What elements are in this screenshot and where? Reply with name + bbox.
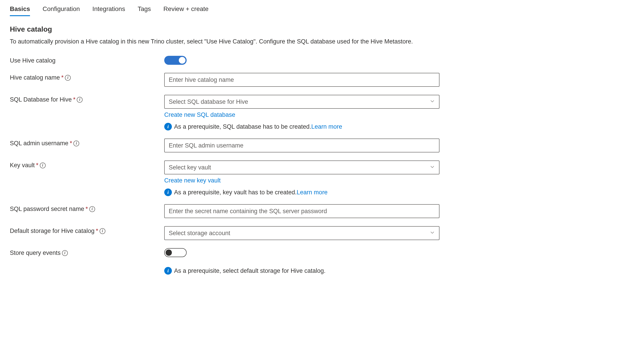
chevron-down-icon [430, 98, 435, 105]
label-store-query-events: Store query events i [10, 248, 164, 256]
info-icon[interactable]: i [100, 228, 106, 234]
info-icon[interactable]: i [62, 250, 68, 256]
input-sql-password-secret[interactable] [164, 204, 440, 218]
info-icon[interactable]: i [74, 140, 79, 146]
required-marker: * [96, 228, 98, 235]
section-title: Hive catalog [10, 25, 634, 33]
tab-configuration[interactable]: Configuration [42, 5, 80, 16]
label-default-storage: Default storage for Hive catalog * i [10, 226, 164, 235]
chevron-down-icon [430, 164, 435, 171]
label-hive-catalog-name: Hive catalog name * i [10, 73, 164, 81]
required-marker: * [61, 74, 64, 81]
wizard-tabs: Basics Configuration Integrations Tags R… [10, 5, 634, 16]
link-create-new-key-vault[interactable]: Create new key vault [164, 177, 221, 184]
section-description: To automatically provision a Hive catalo… [10, 38, 433, 46]
info-icon[interactable]: i [65, 75, 71, 81]
toggle-use-hive-catalog[interactable] [164, 56, 186, 65]
info-icon[interactable]: i [40, 162, 46, 168]
info-icon[interactable]: i [77, 97, 82, 103]
input-hive-catalog-name[interactable] [164, 73, 440, 87]
link-learn-more-sql[interactable]: Learn more [311, 123, 342, 130]
tab-review-create[interactable]: Review + create [163, 5, 208, 16]
info-badge-icon: i [164, 267, 172, 275]
label-sql-password-secret: SQL password secret name * i [10, 204, 164, 213]
select-key-vault[interactable]: Select key vault [164, 160, 440, 174]
label-sql-admin-username: SQL admin username * i [10, 138, 164, 147]
link-create-new-sql-database[interactable]: Create new SQL database [164, 111, 235, 118]
tab-basics[interactable]: Basics [10, 5, 30, 16]
prereq-note-sql: i As a prerequisite, SQL database has to… [164, 123, 440, 130]
info-icon[interactable]: i [89, 206, 95, 212]
prereq-note-storage: i As a prerequisite, select default stor… [164, 267, 440, 275]
select-default-storage[interactable]: Select storage account [164, 226, 440, 240]
tab-tags[interactable]: Tags [138, 5, 151, 16]
info-badge-icon: i [164, 189, 172, 196]
select-sql-database[interactable]: Select SQL database for Hive [164, 95, 440, 109]
required-marker: * [70, 140, 72, 147]
info-badge-icon: i [164, 123, 172, 130]
input-sql-admin-username[interactable] [164, 138, 440, 152]
label-key-vault: Key vault * i [10, 160, 164, 169]
chevron-down-icon [430, 230, 435, 237]
required-marker: * [36, 162, 38, 169]
toggle-store-query-events[interactable] [164, 248, 186, 257]
label-use-hive-catalog: Use Hive catalog [10, 56, 164, 64]
prereq-note-keyvault: i As a prerequisite, key vault has to be… [164, 189, 440, 196]
tab-integrations[interactable]: Integrations [92, 5, 125, 16]
label-sql-database: SQL Database for Hive * i [10, 95, 164, 103]
required-marker: * [73, 96, 76, 103]
link-learn-more-keyvault[interactable]: Learn more [297, 189, 328, 196]
required-marker: * [86, 206, 88, 213]
